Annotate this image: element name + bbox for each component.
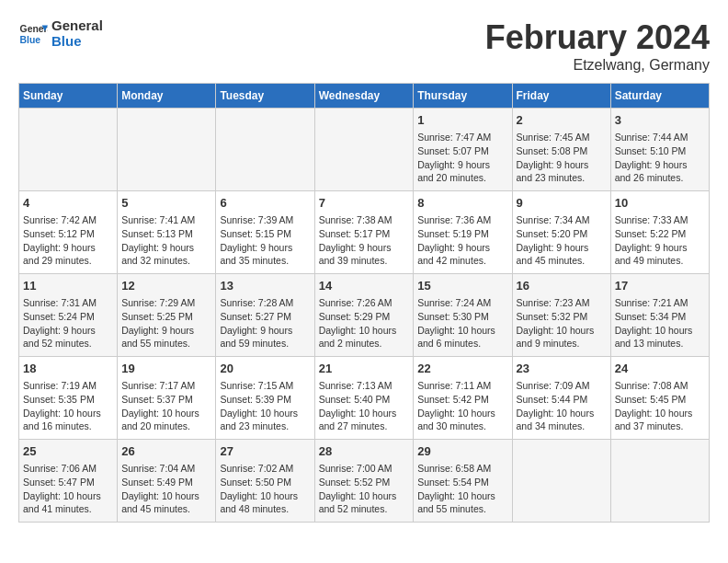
day-number: 13 xyxy=(220,278,310,294)
calendar-cell: 6Sunrise: 7:39 AM Sunset: 5:15 PM Daylig… xyxy=(216,191,314,274)
calendar-cell: 29Sunrise: 6:58 AM Sunset: 5:54 PM Dayli… xyxy=(414,440,512,523)
calendar-cell: 14Sunrise: 7:26 AM Sunset: 5:29 PM Dayli… xyxy=(314,274,414,357)
calendar-cell: 21Sunrise: 7:13 AM Sunset: 5:40 PM Dayli… xyxy=(314,357,414,440)
calendar-cell: 22Sunrise: 7:11 AM Sunset: 5:42 PM Dayli… xyxy=(414,357,512,440)
day-info: Sunrise: 7:17 AM Sunset: 5:37 PM Dayligh… xyxy=(121,379,211,433)
calendar-cell: 25Sunrise: 7:06 AM Sunset: 5:47 PM Dayli… xyxy=(19,440,118,523)
calendar-cell: 17Sunrise: 7:21 AM Sunset: 5:34 PM Dayli… xyxy=(610,274,709,357)
calendar-cell xyxy=(314,109,414,191)
day-info: Sunrise: 7:31 AM Sunset: 5:24 PM Dayligh… xyxy=(23,296,113,350)
calendar-cell: 16Sunrise: 7:23 AM Sunset: 5:32 PM Dayli… xyxy=(512,274,610,357)
day-number: 24 xyxy=(615,361,705,377)
day-info: Sunrise: 7:23 AM Sunset: 5:32 PM Dayligh… xyxy=(517,296,607,350)
calendar-table: SundayMondayTuesdayWednesdayThursdayFrid… xyxy=(18,83,710,523)
day-info: Sunrise: 7:11 AM Sunset: 5:42 PM Dayligh… xyxy=(417,379,507,433)
day-number: 3 xyxy=(615,112,705,129)
calendar-cell xyxy=(512,440,610,523)
calendar-cell xyxy=(118,109,216,191)
calendar-cell: 13Sunrise: 7:28 AM Sunset: 5:27 PM Dayli… xyxy=(216,274,314,357)
day-info: Sunrise: 7:06 AM Sunset: 5:47 PM Dayligh… xyxy=(23,462,113,516)
calendar-cell: 1Sunrise: 7:47 AM Sunset: 5:07 PM Daylig… xyxy=(414,109,512,191)
day-info: Sunrise: 7:13 AM Sunset: 5:40 PM Dayligh… xyxy=(319,379,410,433)
day-number: 22 xyxy=(417,361,507,377)
calendar-week-1: 4Sunrise: 7:42 AM Sunset: 5:12 PM Daylig… xyxy=(19,191,710,274)
day-info: Sunrise: 7:42 AM Sunset: 5:12 PM Dayligh… xyxy=(23,213,113,268)
day-info: Sunrise: 7:26 AM Sunset: 5:29 PM Dayligh… xyxy=(319,296,410,350)
calendar-week-0: 1Sunrise: 7:47 AM Sunset: 5:07 PM Daylig… xyxy=(19,109,710,191)
day-number: 10 xyxy=(615,195,705,212)
day-number: 21 xyxy=(319,361,410,377)
day-info: Sunrise: 7:19 AM Sunset: 5:35 PM Dayligh… xyxy=(23,379,113,433)
day-header-monday: Monday xyxy=(118,84,216,109)
calendar-cell: 19Sunrise: 7:17 AM Sunset: 5:37 PM Dayli… xyxy=(118,357,216,440)
calendar-cell: 27Sunrise: 7:02 AM Sunset: 5:50 PM Dayli… xyxy=(216,440,314,523)
day-number: 1 xyxy=(417,112,507,129)
svg-text:Blue: Blue xyxy=(20,34,41,44)
day-header-sunday: Sunday xyxy=(19,84,118,109)
day-number: 15 xyxy=(417,278,507,294)
day-number: 27 xyxy=(220,443,310,460)
title-block: February 2024 Etzelwang, Germany xyxy=(485,18,710,74)
logo-text-general: General xyxy=(51,18,103,34)
day-info: Sunrise: 7:36 AM Sunset: 5:19 PM Dayligh… xyxy=(417,213,507,268)
logo-icon: General Blue xyxy=(18,19,48,49)
day-info: Sunrise: 7:41 AM Sunset: 5:13 PM Dayligh… xyxy=(121,213,211,268)
day-number: 7 xyxy=(319,195,410,212)
day-number: 11 xyxy=(23,278,113,294)
day-info: Sunrise: 7:29 AM Sunset: 5:25 PM Dayligh… xyxy=(121,296,211,350)
calendar-cell: 5Sunrise: 7:41 AM Sunset: 5:13 PM Daylig… xyxy=(118,191,216,274)
calendar-cell: 26Sunrise: 7:04 AM Sunset: 5:49 PM Dayli… xyxy=(118,440,216,523)
calendar-subtitle: Etzelwang, Germany xyxy=(485,57,710,74)
day-info: Sunrise: 6:58 AM Sunset: 5:54 PM Dayligh… xyxy=(417,462,507,516)
day-header-wednesday: Wednesday xyxy=(314,84,414,109)
day-number: 17 xyxy=(615,278,705,294)
day-info: Sunrise: 7:47 AM Sunset: 5:07 PM Dayligh… xyxy=(417,131,507,185)
calendar-cell: 8Sunrise: 7:36 AM Sunset: 5:19 PM Daylig… xyxy=(414,191,512,274)
day-number: 2 xyxy=(517,112,607,129)
day-number: 16 xyxy=(517,278,607,294)
calendar-cell: 23Sunrise: 7:09 AM Sunset: 5:44 PM Dayli… xyxy=(512,357,610,440)
day-info: Sunrise: 7:39 AM Sunset: 5:15 PM Dayligh… xyxy=(220,213,310,268)
day-info: Sunrise: 7:21 AM Sunset: 5:34 PM Dayligh… xyxy=(615,296,705,350)
day-number: 8 xyxy=(417,195,507,212)
day-info: Sunrise: 7:00 AM Sunset: 5:52 PM Dayligh… xyxy=(319,462,410,516)
calendar-cell: 11Sunrise: 7:31 AM Sunset: 5:24 PM Dayli… xyxy=(19,274,118,357)
day-number: 23 xyxy=(517,361,607,377)
day-info: Sunrise: 7:15 AM Sunset: 5:39 PM Dayligh… xyxy=(220,379,310,433)
day-header-thursday: Thursday xyxy=(414,84,512,109)
day-info: Sunrise: 7:45 AM Sunset: 5:08 PM Dayligh… xyxy=(517,131,607,185)
day-info: Sunrise: 7:24 AM Sunset: 5:30 PM Dayligh… xyxy=(417,296,507,350)
day-number: 14 xyxy=(319,278,410,294)
day-number: 4 xyxy=(23,195,113,212)
day-number: 29 xyxy=(417,443,507,460)
day-number: 28 xyxy=(319,443,410,460)
day-info: Sunrise: 7:34 AM Sunset: 5:20 PM Dayligh… xyxy=(517,213,607,268)
page-header: General Blue General Blue February 2024 … xyxy=(18,18,710,74)
calendar-cell: 3Sunrise: 7:44 AM Sunset: 5:10 PM Daylig… xyxy=(610,109,709,191)
day-number: 26 xyxy=(121,443,211,460)
day-number: 19 xyxy=(121,361,211,377)
day-info: Sunrise: 7:02 AM Sunset: 5:50 PM Dayligh… xyxy=(220,462,310,516)
day-info: Sunrise: 7:44 AM Sunset: 5:10 PM Dayligh… xyxy=(615,131,705,185)
calendar-week-2: 11Sunrise: 7:31 AM Sunset: 5:24 PM Dayli… xyxy=(19,274,710,357)
calendar-cell: 10Sunrise: 7:33 AM Sunset: 5:22 PM Dayli… xyxy=(610,191,709,274)
day-number: 9 xyxy=(517,195,607,212)
day-info: Sunrise: 7:04 AM Sunset: 5:49 PM Dayligh… xyxy=(121,462,211,516)
calendar-cell: 18Sunrise: 7:19 AM Sunset: 5:35 PM Dayli… xyxy=(19,357,118,440)
day-info: Sunrise: 7:09 AM Sunset: 5:44 PM Dayligh… xyxy=(517,379,607,433)
calendar-cell: 20Sunrise: 7:15 AM Sunset: 5:39 PM Dayli… xyxy=(216,357,314,440)
day-info: Sunrise: 7:38 AM Sunset: 5:17 PM Dayligh… xyxy=(319,213,410,268)
calendar-cell: 9Sunrise: 7:34 AM Sunset: 5:20 PM Daylig… xyxy=(512,191,610,274)
day-number: 12 xyxy=(121,278,211,294)
day-number: 20 xyxy=(220,361,310,377)
calendar-cell xyxy=(610,440,709,523)
day-info: Sunrise: 7:28 AM Sunset: 5:27 PM Dayligh… xyxy=(220,296,310,350)
calendar-cell: 12Sunrise: 7:29 AM Sunset: 5:25 PM Dayli… xyxy=(118,274,216,357)
calendar-body: 1Sunrise: 7:47 AM Sunset: 5:07 PM Daylig… xyxy=(19,109,710,523)
day-info: Sunrise: 7:33 AM Sunset: 5:22 PM Dayligh… xyxy=(615,213,705,268)
day-info: Sunrise: 7:08 AM Sunset: 5:45 PM Dayligh… xyxy=(615,379,705,433)
calendar-title: February 2024 xyxy=(485,18,710,57)
day-number: 25 xyxy=(23,443,113,460)
day-number: 5 xyxy=(121,195,211,212)
calendar-cell xyxy=(19,109,118,191)
